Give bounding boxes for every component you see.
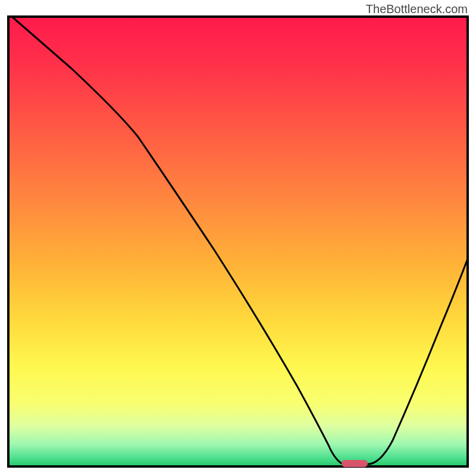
plot-area xyxy=(8,17,468,467)
optimal-marker xyxy=(342,460,368,467)
chart-container: TheBottleneck.com xyxy=(0,0,476,476)
gradient-background xyxy=(8,17,468,466)
watermark: TheBottleneck.com xyxy=(366,2,468,16)
chart-svg xyxy=(0,0,476,476)
